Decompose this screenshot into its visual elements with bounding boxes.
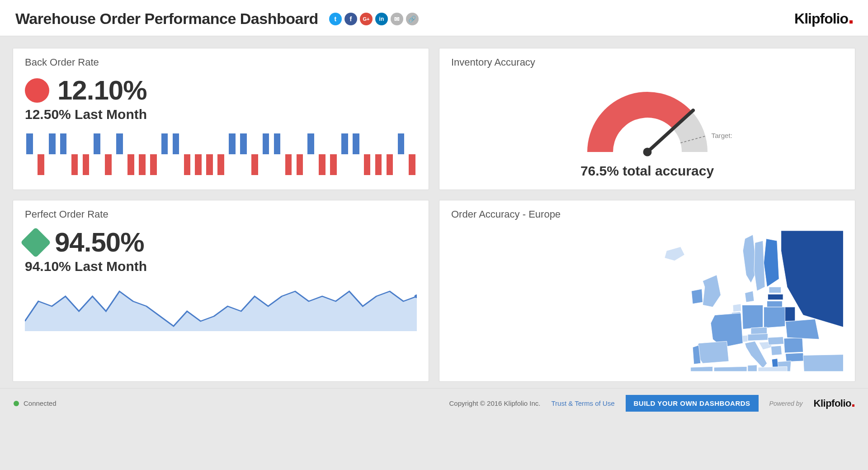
map-region[interactable]: Ukraine bbox=[785, 319, 819, 339]
kpi-row: 12.10% bbox=[25, 75, 417, 106]
map-region[interactable]: Iceland bbox=[664, 247, 684, 261]
europe-map: IcelandNorwaySwedenFinlandRussiaEstoniaL… bbox=[451, 227, 843, 371]
map-region[interactable]: United Kingdom bbox=[703, 275, 721, 307]
card-title: Perfect Order Rate bbox=[25, 209, 417, 220]
footer: Connected Copyright © 2016 Klipfolio Inc… bbox=[0, 388, 868, 418]
terms-link[interactable]: Trust & Terms of Use bbox=[551, 399, 614, 407]
status-dot-icon bbox=[14, 401, 19, 406]
inventory-accuracy-card: Inventory Accuracy Target: 91.5% 76.5% t… bbox=[439, 48, 855, 190]
perfect-order-card: Perfect Order Rate 94.50% 94.10% Last Mo… bbox=[13, 200, 429, 382]
status-text: Connected bbox=[24, 399, 57, 407]
map-region[interactable]: Algeria bbox=[714, 366, 747, 371]
map-region[interactable]: Hungary bbox=[768, 337, 784, 345]
svg-point-1 bbox=[643, 148, 651, 157]
map-region[interactable]: Netherlands bbox=[733, 304, 741, 312]
map-region[interactable]: Denmark bbox=[745, 291, 754, 302]
card-title: Order Accuracy - Europe bbox=[451, 209, 843, 220]
status-dot-icon bbox=[25, 78, 49, 103]
link-icon[interactable]: 🔗 bbox=[406, 13, 419, 25]
card-title: Back Order Rate bbox=[25, 57, 417, 68]
spark-chart bbox=[25, 281, 417, 331]
map-region[interactable]: Finland bbox=[764, 239, 779, 287]
map-region[interactable]: Latvia bbox=[768, 294, 783, 299]
kpi-value: 94.50% bbox=[55, 227, 144, 258]
map-region[interactable]: Libya bbox=[758, 366, 787, 371]
map-region[interactable]: Germany bbox=[742, 305, 763, 329]
map-region[interactable]: Serbia bbox=[771, 346, 782, 355]
footer-right: Copyright © 2016 Klipfolio Inc. Trust & … bbox=[449, 395, 854, 412]
gauge-value-label: 76.5% total accuracy bbox=[580, 163, 714, 179]
map-region[interactable]: Poland bbox=[764, 307, 785, 328]
map-region[interactable]: Bulgaria bbox=[785, 353, 804, 362]
map-region[interactable]: Estonia bbox=[769, 287, 781, 293]
topbar: Warehouse Order Performance Dashboard t … bbox=[0, 0, 868, 36]
back-order-card: Back Order Rate 12.10% 12.50% Last Month bbox=[13, 48, 429, 190]
kpi-subtext: 94.10% Last Month bbox=[25, 259, 417, 274]
mail-icon[interactable]: ✉ bbox=[391, 13, 403, 25]
map-region[interactable]: Austria bbox=[747, 333, 767, 341]
linkedin-icon[interactable]: in bbox=[375, 13, 388, 25]
dashboard-grid: Back Order Rate 12.10% 12.50% Last Month… bbox=[0, 36, 868, 388]
kpi-row: 94.50% bbox=[25, 227, 417, 258]
winloss-chart bbox=[25, 129, 417, 179]
map-region[interactable]: Sweden bbox=[754, 241, 765, 291]
facebook-icon[interactable]: f bbox=[344, 13, 357, 25]
powered-by-logo: Klipfolio bbox=[814, 398, 854, 409]
cta-button[interactable]: BUILD YOUR OWN DASHBOARDS bbox=[626, 395, 759, 412]
map-region[interactable]: Morocco bbox=[690, 366, 712, 371]
map-region[interactable]: Ireland bbox=[691, 289, 703, 304]
kpi-subtext: 12.50% Last Month bbox=[25, 107, 417, 122]
copyright-text: Copyright © 2016 Klipfolio Inc. bbox=[449, 399, 540, 407]
gauge-chart: Target: 91.5% bbox=[561, 75, 733, 161]
brand-logo: Klipfolio bbox=[794, 10, 853, 27]
map-region[interactable]: Turkey bbox=[803, 355, 843, 371]
status-diamond-icon bbox=[20, 227, 51, 258]
share-row: t f G+ in ✉ 🔗 bbox=[329, 13, 419, 25]
page-title: Warehouse Order Performance Dashboard bbox=[15, 10, 318, 28]
map-region[interactable]: Czechia bbox=[751, 327, 767, 334]
google-plus-icon[interactable]: G+ bbox=[360, 13, 373, 25]
svg-text:Target: 91.5%: Target: 91.5% bbox=[711, 132, 733, 139]
gauge-holder: Target: 91.5% 76.5% total accuracy bbox=[451, 75, 843, 179]
powered-by-text: Powered by bbox=[769, 400, 803, 407]
order-accuracy-map-card: Order Accuracy - Europe IcelandNorwaySwe… bbox=[439, 200, 855, 382]
connection-status: Connected bbox=[14, 399, 57, 407]
map-region[interactable]: Tunisia bbox=[747, 365, 756, 371]
topbar-left: Warehouse Order Performance Dashboard t … bbox=[15, 10, 419, 28]
twitter-icon[interactable]: t bbox=[329, 13, 342, 25]
map-region[interactable]: Lithuania bbox=[767, 301, 782, 307]
map-region[interactable]: Romania bbox=[783, 337, 803, 353]
kpi-value: 12.10% bbox=[57, 75, 147, 106]
card-title: Inventory Accuracy bbox=[451, 57, 843, 68]
